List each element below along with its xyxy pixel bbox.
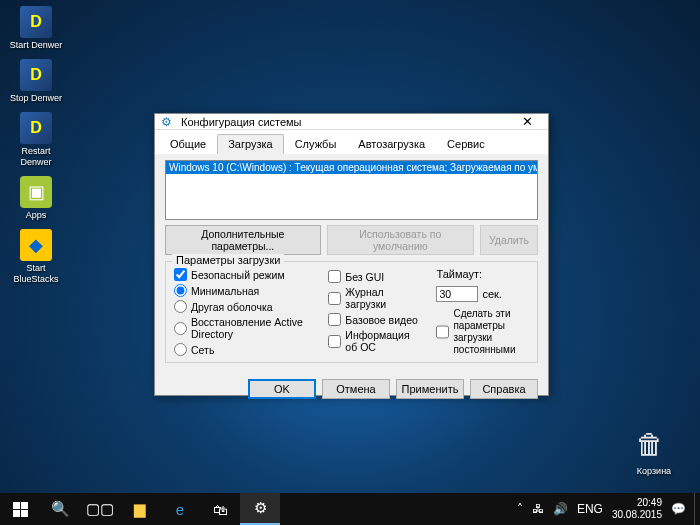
recycle-bin[interactable]: 🗑 Корзина [624, 428, 684, 477]
persist-checkbox[interactable]: Сделать эти параметры загрузки постоянны… [436, 308, 529, 356]
search-icon: 🔍 [51, 500, 70, 518]
boot-options-col1: Безопасный режим Минимальная Другая обол… [174, 268, 310, 356]
osinfo-checkbox[interactable]: Информация об ОС [328, 329, 418, 353]
clock[interactable]: 20:49 30.08.2015 [612, 497, 662, 521]
boot-options-panel: Параметры загрузки Безопасный режим Мини… [165, 261, 538, 363]
icon-label: Restart Denwer [6, 146, 66, 168]
denwer-icon [20, 112, 52, 144]
tab-tools[interactable]: Сервис [436, 134, 496, 154]
boot-options-col2: Без GUI Журнал загрузки Базовое видео Ин… [328, 270, 418, 356]
clock-time: 20:49 [612, 497, 662, 509]
dialog-footer: OK Отмена Применить Справка [155, 371, 548, 407]
clock-date: 30.08.2015 [612, 509, 662, 521]
folder-icon: ▆ [134, 500, 146, 518]
search-button[interactable]: 🔍 [40, 493, 80, 525]
recycle-label: Корзина [637, 466, 671, 477]
windows-icon [13, 502, 28, 517]
help-button[interactable]: Справка [470, 379, 538, 399]
radio-ad-restore[interactable]: Восстановление Active Directory [174, 316, 310, 340]
timeout-row: сек. [436, 286, 529, 302]
radio-network[interactable]: Сеть [174, 343, 310, 356]
edge-icon: e [176, 501, 184, 518]
dialog-title: Конфигурация системы [181, 116, 512, 128]
gear-icon: ⚙ [254, 499, 267, 517]
msconfig-dialog: ⚙ Конфигурация системы ✕ Общие Загрузка … [154, 113, 549, 396]
desktop-icon-stop-denwer[interactable]: Stop Denwer [6, 59, 66, 104]
radio-altshell[interactable]: Другая оболочка [174, 300, 310, 313]
nogui-checkbox[interactable]: Без GUI [328, 270, 418, 283]
safe-boot-checkbox[interactable]: Безопасный режим [174, 268, 310, 281]
radio-minimal[interactable]: Минимальная [174, 284, 310, 297]
dialog-body: Windows 10 (C:\Windows) : Текущая операц… [155, 154, 548, 371]
system-tray: ˄ 🖧 🔊 ENG 20:49 30.08.2015 💬 [509, 493, 694, 525]
radio-network-input[interactable] [174, 343, 187, 356]
edge-button[interactable]: e [160, 493, 200, 525]
basevideo-checkbox[interactable]: Базовое видео [328, 313, 418, 326]
timeout-input[interactable] [436, 286, 478, 302]
tab-services[interactable]: Службы [284, 134, 348, 154]
icon-label: Apps [26, 210, 47, 221]
bootlog-checkbox[interactable]: Журнал загрузки [328, 286, 418, 310]
start-button[interactable] [0, 493, 40, 525]
msconfig-taskbar-button[interactable]: ⚙ [240, 493, 280, 525]
radio-minimal-input[interactable] [174, 284, 187, 297]
ok-button[interactable]: OK [248, 379, 316, 399]
radio-altshell-input[interactable] [174, 300, 187, 313]
tab-strip: Общие Загрузка Службы Автозагрузка Серви… [155, 130, 548, 154]
store-icon: 🛍 [213, 501, 228, 518]
tab-boot[interactable]: Загрузка [217, 134, 283, 154]
icon-label: Stop Denwer [10, 93, 62, 104]
bluestacks-icon [20, 229, 52, 261]
boot-options-legend: Параметры загрузки [172, 254, 284, 266]
radio-ad-input[interactable] [174, 322, 187, 335]
desktop-icon-start-bluestacks[interactable]: Start BlueStacks [6, 229, 66, 285]
boot-list[interactable]: Windows 10 (C:\Windows) : Текущая операц… [165, 160, 538, 220]
cancel-button[interactable]: Отмена [322, 379, 390, 399]
advanced-options-button[interactable]: Дополнительные параметры... [165, 225, 321, 255]
action-center-icon[interactable]: 💬 [671, 502, 686, 516]
language-indicator[interactable]: ENG [577, 502, 603, 516]
desktop-icons: Start Denwer Stop Denwer Restart Denwer … [6, 6, 66, 285]
boot-entry-selected[interactable]: Windows 10 (C:\Windows) : Текущая операц… [166, 161, 537, 174]
safe-boot-input[interactable] [174, 268, 187, 281]
store-button[interactable]: 🛍 [200, 493, 240, 525]
icon-label: Start BlueStacks [6, 263, 66, 285]
icon-label: Start Denwer [10, 40, 63, 51]
tray-chevron-up-icon[interactable]: ˄ [517, 502, 523, 516]
apply-button[interactable]: Применить [396, 379, 464, 399]
denwer-icon [20, 6, 52, 38]
app-icon: ⚙ [161, 115, 175, 129]
titlebar[interactable]: ⚙ Конфигурация системы ✕ [155, 114, 548, 130]
volume-icon[interactable]: 🔊 [553, 502, 568, 516]
task-view-button[interactable]: ▢▢ [80, 493, 120, 525]
close-button[interactable]: ✕ [512, 114, 542, 129]
timeout-unit: сек. [482, 288, 502, 300]
boot-buttons: Дополнительные параметры... Использовать… [165, 225, 538, 255]
timeout-label: Таймаут: [436, 268, 529, 280]
show-desktop-button[interactable] [694, 493, 700, 525]
delete-button: Удалить [480, 225, 538, 255]
denwer-icon [20, 59, 52, 91]
explorer-button[interactable]: ▆ [120, 493, 160, 525]
desktop: Start Denwer Stop Denwer Restart Denwer … [0, 0, 700, 525]
android-icon [20, 176, 52, 208]
desktop-icon-start-denwer[interactable]: Start Denwer [6, 6, 66, 51]
taskbar: 🔍 ▢▢ ▆ e 🛍 ⚙ ˄ 🖧 🔊 ENG 20:49 30.08.2015 … [0, 493, 700, 525]
trash-icon: 🗑 [636, 428, 672, 464]
tab-general[interactable]: Общие [159, 134, 217, 154]
tab-startup[interactable]: Автозагрузка [347, 134, 436, 154]
desktop-icon-restart-denwer[interactable]: Restart Denwer [6, 112, 66, 168]
taskview-icon: ▢▢ [86, 500, 114, 518]
desktop-icon-apps[interactable]: Apps [6, 176, 66, 221]
set-default-button: Использовать по умолчанию [327, 225, 474, 255]
network-icon[interactable]: 🖧 [532, 502, 544, 516]
timeout-column: Таймаут: сек. Сделать эти параметры загр… [436, 268, 529, 356]
